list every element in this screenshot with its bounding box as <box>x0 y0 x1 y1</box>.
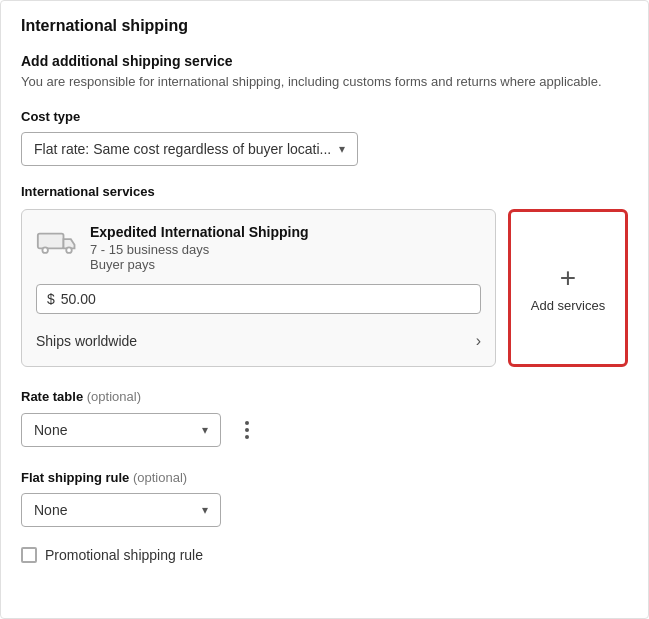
service-card-inner: Expedited International Shipping 7 - 15 … <box>36 224 481 272</box>
rate-table-row: None ▾ <box>21 412 628 448</box>
plus-icon: + <box>560 264 576 292</box>
svg-point-2 <box>66 248 72 254</box>
flat-shipping-label: Flat shipping rule (optional) <box>21 470 628 485</box>
ships-worldwide-chevron-icon: › <box>476 332 481 350</box>
dot2 <box>245 428 249 432</box>
flat-shipping-select-wrapper: None ▾ <box>21 493 221 527</box>
rate-table-section: Rate table (optional) None ▾ <box>21 389 628 448</box>
add-service-desc: You are responsible for international sh… <box>21 73 628 91</box>
ships-worldwide-label: Ships worldwide <box>36 333 137 349</box>
rate-table-chevron-icon: ▾ <box>202 423 208 437</box>
rate-table-selected-value: None <box>34 422 67 438</box>
flat-shipping-chevron-icon: ▾ <box>202 503 208 517</box>
add-services-card[interactable]: + Add services <box>508 209 628 367</box>
promo-checkbox[interactable] <box>21 547 37 563</box>
svg-rect-0 <box>38 234 64 249</box>
service-info: Expedited International Shipping 7 - 15 … <box>90 224 309 272</box>
dot1 <box>245 421 249 425</box>
price-input[interactable] <box>61 291 470 307</box>
page-title: International shipping <box>21 17 628 35</box>
currency-symbol: $ <box>47 291 55 307</box>
service-buyer-pays: Buyer pays <box>90 257 309 272</box>
service-days: 7 - 15 business days <box>90 242 309 257</box>
international-services-label: International services <box>21 184 628 199</box>
international-shipping-panel: International shipping Add additional sh… <box>0 0 649 619</box>
cost-type-selected-value: Flat rate: Same cost regardless of buyer… <box>34 141 331 157</box>
svg-point-1 <box>42 248 48 254</box>
service-name: Expedited International Shipping <box>90 224 309 240</box>
rate-table-select-wrapper: None ▾ <box>21 413 221 447</box>
promo-row: Promotional shipping rule <box>21 547 628 563</box>
rate-table-label: Rate table (optional) <box>21 389 628 404</box>
ships-worldwide-row[interactable]: Ships worldwide › <box>36 326 481 352</box>
flat-shipping-section: Flat shipping rule (optional) None ▾ <box>21 470 628 527</box>
cost-type-select-wrapper: Flat rate: Same cost regardless of buyer… <box>21 132 358 166</box>
cost-type-chevron-icon: ▾ <box>339 142 345 156</box>
add-services-label: Add services <box>531 298 605 313</box>
add-service-label: Add additional shipping service <box>21 53 628 69</box>
rate-table-more-button[interactable] <box>231 412 263 448</box>
rate-table-select[interactable]: None ▾ <box>21 413 221 447</box>
flat-shipping-select[interactable]: None ▾ <box>21 493 221 527</box>
flat-shipping-selected-value: None <box>34 502 67 518</box>
price-input-wrapper: $ <box>36 284 481 314</box>
cost-type-select[interactable]: Flat rate: Same cost regardless of buyer… <box>21 132 358 166</box>
truck-icon <box>36 226 80 256</box>
promo-label: Promotional shipping rule <box>45 547 203 563</box>
service-card: Expedited International Shipping 7 - 15 … <box>21 209 496 367</box>
cost-type-label: Cost type <box>21 109 628 124</box>
dot3 <box>245 435 249 439</box>
services-row: Expedited International Shipping 7 - 15 … <box>21 209 628 367</box>
